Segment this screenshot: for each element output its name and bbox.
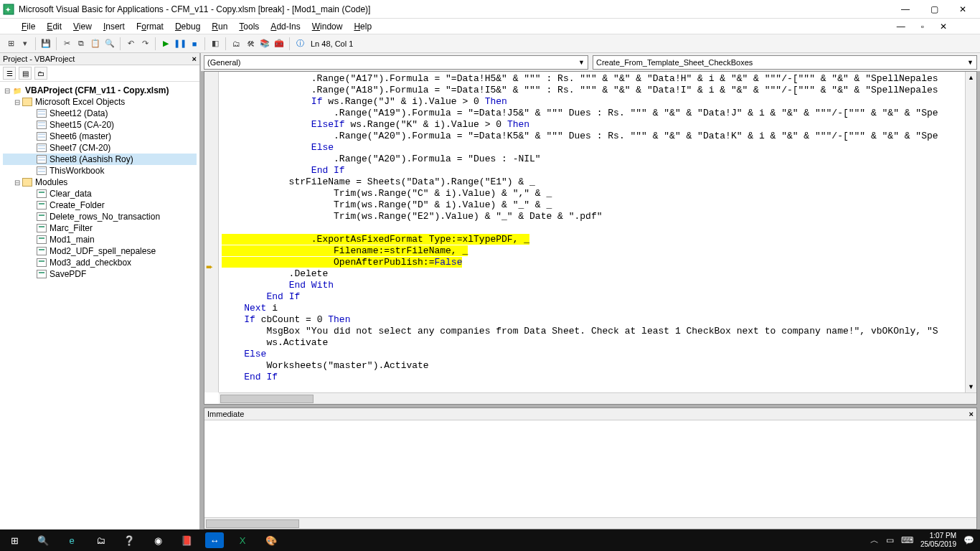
search-icon[interactable]: 🔍 — [29, 529, 57, 551]
tray-chevron-icon[interactable]: ︿ — [870, 534, 879, 547]
toggle-folders-icon[interactable]: 🗀 — [34, 67, 47, 80]
teamviewer-icon[interactable]: ↔ — [205, 532, 224, 548]
mdi-restore[interactable]: ▫ — [921, 22, 924, 32]
tray-keyboard-icon[interactable]: ⌨ — [901, 535, 913, 545]
tree-sheet-item[interactable]: Sheet7 (CM-20) — [3, 142, 197, 154]
project-pane-title: Project - VBAProject — [3, 55, 75, 63]
help-icon[interactable]: ⓘ — [293, 37, 306, 50]
tree-sheet-item[interactable]: ThisWorkbook — [3, 165, 197, 176]
menu-edit[interactable]: Edit — [47, 22, 62, 32]
menu-help[interactable]: Help — [354, 22, 372, 32]
help-taskbar-icon[interactable]: ❔ — [115, 529, 143, 551]
tree-sheet-item[interactable]: Sheet8 (Aashish Roy) — [3, 154, 197, 165]
tree-excel-objects[interactable]: ⊟ Microsoft Excel Objects — [3, 96, 197, 108]
menu-insert[interactable]: Insert — [103, 22, 125, 32]
cut-icon[interactable]: ✂ — [60, 37, 73, 50]
view-excel-icon[interactable]: ⊞ — [4, 37, 17, 50]
immediate-input[interactable] — [204, 420, 976, 517]
reset-icon[interactable]: ■ — [188, 37, 201, 50]
menu-tools[interactable]: Tools — [239, 22, 259, 32]
toolbar: ⊞ ▾ 💾 ✂ ⧉ 📋 🔍 ↶ ↷ ▶ ❚❚ ■ ◧ 🗂 🛠 📚 🧰 ⓘ Ln … — [0, 34, 980, 53]
undo-icon[interactable]: ↶ — [124, 37, 137, 50]
system-tray: ︿ ▭ ⌨ 1:07 PM 25/05/2019 💬 — [870, 532, 980, 549]
immediate-horizontal-scrollbar[interactable] — [204, 517, 976, 529]
tree-root-label: VBAProject (CFM_v11 - Copy.xlsm) — [25, 85, 169, 95]
windows-taskbar: ⊞ 🔍 e 🗂 ❔ ◉ 📕 ↔ X 🎨 ︿ ▭ ⌨ 1:07 PM 25/05/… — [0, 529, 980, 551]
edge-icon[interactable]: e — [57, 529, 86, 551]
chrome-icon[interactable]: ◉ — [143, 529, 172, 551]
design-mode-icon[interactable]: ◧ — [209, 37, 222, 50]
immediate-close-icon[interactable]: × — [969, 410, 974, 418]
tree-root[interactable]: ⊟📁 VBAProject (CFM_v11 - Copy.xlsm) — [3, 85, 197, 96]
menu-file[interactable]: File — [22, 22, 35, 32]
menu-debug[interactable]: Debug — [175, 22, 200, 32]
project-tree[interactable]: ⊟📁 VBAProject (CFM_v11 - Copy.xlsm) ⊟ Mi… — [0, 82, 199, 529]
start-button[interactable]: ⊞ — [0, 529, 29, 551]
properties-icon[interactable]: 🛠 — [244, 37, 257, 50]
excel-icon[interactable]: X — [228, 529, 257, 551]
project-pane-title-bar: Project - VBAProject × — [0, 53, 199, 65]
paint-icon[interactable]: 🎨 — [257, 529, 286, 551]
object-browser-icon[interactable]: 📚 — [258, 37, 271, 50]
code-vertical-scrollbar[interactable]: ▲ ▼ — [965, 72, 976, 392]
project-explorer-pane: Project - VBAProject × ☰ ▤ 🗀 ⊟📁 VBAProje… — [0, 53, 201, 529]
menu-addins[interactable]: Add-Ins — [270, 22, 300, 32]
cursor-position: Ln 48, Col 1 — [311, 39, 353, 48]
tree-module-item[interactable]: Delete_rows_No_transaction — [3, 211, 197, 222]
tree-module-item[interactable]: Clear_data — [3, 188, 197, 199]
mdi-close[interactable]: ✕ — [940, 22, 947, 32]
procedure-combo[interactable]: Create_From_Template_Sheet_CheckBoxes▼ — [593, 55, 977, 70]
immediate-title-bar: Immediate × — [204, 408, 976, 420]
tree-module-item[interactable]: Mod1_main — [3, 234, 197, 245]
svg-text:✦: ✦ — [5, 6, 11, 14]
toolbox-icon[interactable]: 🧰 — [273, 37, 286, 50]
procedure-combo-value: Create_From_Template_Sheet_CheckBoxes — [596, 58, 753, 67]
object-combo[interactable]: (General)▼ — [204, 55, 588, 70]
taskbar-clock[interactable]: 1:07 PM 25/05/2019 — [920, 532, 956, 549]
tree-module-item[interactable]: Create_Folder — [3, 199, 197, 211]
menu-format[interactable]: Format — [136, 22, 164, 32]
close-button[interactable]: ✕ — [948, 0, 977, 18]
break-icon[interactable]: ❚❚ — [174, 37, 187, 50]
save-icon[interactable]: 💾 — [39, 37, 52, 50]
tree-module-item[interactable]: Mod3_add_checkbox — [3, 257, 197, 268]
paste-icon[interactable]: 📋 — [89, 37, 102, 50]
tree-module-item[interactable]: Marc_Filter — [3, 222, 197, 234]
view-code-icon[interactable]: ☰ — [3, 67, 16, 80]
copy-icon[interactable]: ⧉ — [75, 37, 88, 50]
menu-run[interactable]: Run — [212, 22, 227, 32]
code-horizontal-scrollbar[interactable] — [219, 392, 976, 404]
break-arrow-icon: ➨ — [206, 262, 213, 272]
project-pane-close-icon[interactable]: × — [192, 55, 197, 63]
title-bar: ✦ Microsoft Visual Basic for Application… — [0, 0, 980, 19]
excel-objects-label: Microsoft Excel Objects — [35, 97, 125, 107]
tree-module-item[interactable]: Mod2_UDF_spell_nepalese — [3, 245, 197, 257]
menu-view[interactable]: View — [73, 22, 92, 32]
run-icon[interactable]: ▶ — [159, 37, 172, 50]
mdi-controls: — ▫ ✕ — [897, 22, 958, 32]
tree-sheet-item[interactable]: Sheet6 (master) — [3, 131, 197, 142]
object-combo-value: (General) — [207, 58, 240, 67]
app-icon: ✦ — [3, 4, 14, 15]
maximize-button[interactable]: ▢ — [920, 0, 948, 18]
mdi-minimize[interactable]: — — [897, 22, 905, 32]
notifications-icon[interactable]: 💬 — [963, 535, 974, 545]
app-icon-1[interactable]: 📕 — [172, 529, 201, 551]
menu-window[interactable]: Window — [312, 22, 343, 32]
minimize-button[interactable]: — — [891, 0, 920, 18]
scroll-down-icon[interactable]: ▼ — [966, 381, 976, 392]
view-object-icon[interactable]: ▤ — [19, 67, 32, 80]
code-editor[interactable]: ➨ .Range("A17").Formula = "=Data!H5&" & … — [204, 71, 977, 405]
tray-battery-icon[interactable]: ▭ — [886, 535, 894, 545]
find-icon[interactable]: 🔍 — [103, 37, 116, 50]
tree-module-item[interactable]: SavePDF — [3, 268, 197, 280]
menu-bar: File Edit View Insert Format Debug Run T… — [0, 19, 980, 34]
insert-dropdown-icon[interactable]: ▾ — [19, 37, 32, 50]
tree-modules-folder[interactable]: ⊟ Modules — [3, 176, 197, 188]
file-explorer-icon[interactable]: 🗂 — [86, 529, 115, 551]
project-explorer-icon[interactable]: 🗂 — [230, 37, 242, 50]
tree-sheet-item[interactable]: Sheet15 (CA-20) — [3, 119, 197, 131]
tree-sheet-item[interactable]: Sheet12 (Data) — [3, 108, 197, 119]
redo-icon[interactable]: ↷ — [138, 37, 151, 50]
scroll-up-icon[interactable]: ▲ — [966, 72, 976, 83]
